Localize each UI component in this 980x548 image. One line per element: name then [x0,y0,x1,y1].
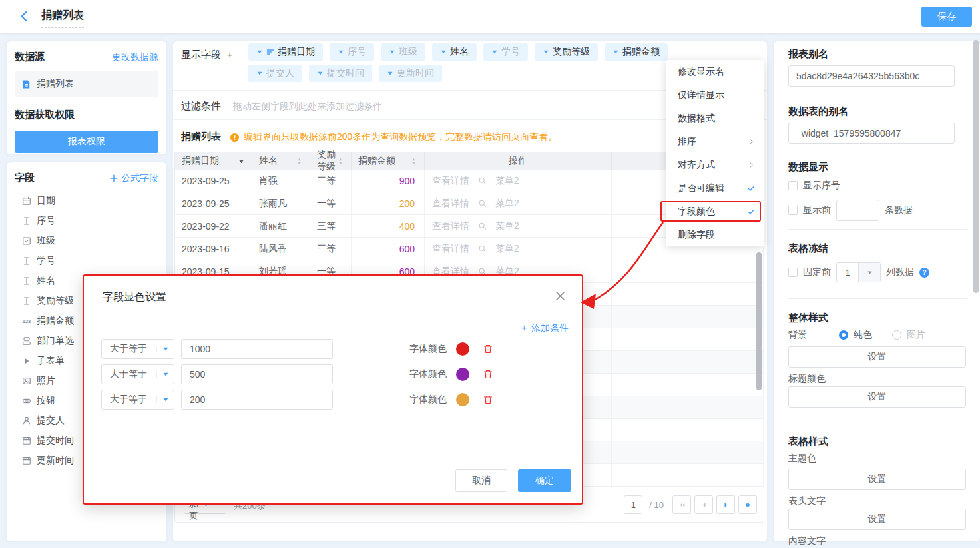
header-text-setting-button[interactable]: 设置 [788,509,966,530]
display-field-chip[interactable]: 提交时间 [309,65,372,82]
chevron-down-icon[interactable] [317,70,324,77]
save-button[interactable]: 保存 [921,7,972,27]
display-field-chip[interactable]: 姓名 [432,43,477,61]
trash-icon[interactable] [483,369,493,380]
data-display-label: 数据显示 [788,161,967,174]
column-header-name[interactable]: 姓名 [252,152,310,170]
add-condition-link[interactable]: ＋ 添加条件 [519,322,569,334]
table-scrollbar[interactable] [756,252,762,390]
search-icon[interactable] [478,199,487,208]
table-alias-input[interactable] [788,123,955,144]
cell-filler [612,419,764,441]
menu-item[interactable]: 是否可编辑 [666,176,764,200]
operator-select[interactable]: 大于等于 [101,364,174,384]
last-page-button[interactable] [738,495,757,514]
column-header-date[interactable]: 捐赠日期 [175,152,252,170]
view-detail-link[interactable]: 查看详情 [432,175,469,187]
report-permission-button[interactable]: 报表权限 [15,131,158,153]
background-setting-button[interactable]: 设置 [788,346,966,368]
display-field-chip[interactable]: 序号 [330,43,374,61]
back-icon[interactable] [19,11,30,22]
first-page-button[interactable] [672,495,691,514]
chevron-down-icon[interactable] [543,49,549,55]
page-scrollbar[interactable] [973,40,979,293]
chevron-down-icon[interactable] [612,49,619,55]
column-header-grade[interactable]: 奖励等级 [310,152,352,170]
menu2-link[interactable]: 菜单2 [495,175,519,187]
display-field-chip[interactable]: 提交人 [248,65,302,82]
confirm-button[interactable]: 确定 [518,469,571,492]
cell-name: 张雨凡 [252,192,310,214]
change-datasource-link[interactable]: 更改数据源 [112,51,158,63]
trash-icon[interactable] [483,344,493,354]
field-item[interactable]: 学号 [7,251,166,271]
search-icon[interactable] [478,222,487,230]
color-swatch[interactable] [456,368,469,381]
close-icon[interactable] [555,290,566,302]
menu-item[interactable]: 仅详情显示 [666,83,764,107]
field-item[interactable]: 日期 [7,191,166,211]
menu-item-label: 修改显示名 [678,66,755,78]
display-field-chip[interactable]: 奖励等级 [535,43,598,61]
threshold-input[interactable] [181,364,333,384]
datasource-item[interactable]: 捐赠列表 [15,71,158,97]
report-alias-input[interactable] [788,65,955,87]
add-formula-field-link[interactable]: 公式字段 [109,172,158,184]
view-detail-link[interactable]: 查看详情 [432,243,469,255]
menu2-link[interactable]: 菜单2 [495,198,519,210]
view-detail-link[interactable]: 查看详情 [432,198,469,210]
color-swatch[interactable] [456,342,469,356]
display-field-chip[interactable]: 捐赠金额 [605,43,668,61]
menu-item[interactable]: 排序 [666,130,764,153]
chevron-down-icon[interactable] [440,49,447,55]
title-color-setting-button[interactable]: 设置 [788,386,966,408]
column-header-amount[interactable]: 捐赠金额 [352,152,425,170]
field-item[interactable]: 班级 [7,231,166,251]
show-first-checkbox[interactable] [788,206,798,215]
page-number-input[interactable] [624,495,642,514]
color-swatch[interactable] [456,393,469,406]
operator-select[interactable]: 大于等于 [101,339,174,359]
menu-item[interactable]: 字段颜色 [666,200,764,223]
sort-icon[interactable] [296,158,303,165]
threshold-input[interactable] [181,390,333,410]
next-page-button[interactable] [716,495,735,514]
chevron-down-icon[interactable] [338,49,344,55]
sort-icon[interactable] [410,158,417,165]
question-icon[interactable]: ? [919,268,929,278]
view-detail-link[interactable]: 查看详情 [432,220,469,232]
cancel-button[interactable]: 取消 [455,469,507,492]
prev-page-button[interactable] [694,495,713,514]
chevron-down-icon[interactable] [389,49,395,55]
fix-count-select[interactable]: 1 [836,262,881,282]
menu-item[interactable]: 数据格式 [666,107,764,130]
display-field-chip[interactable]: 班级 [381,43,425,61]
display-field-chip[interactable]: 捐赠日期 [248,43,323,61]
search-icon[interactable] [478,176,487,185]
solid-radio[interactable] [839,330,848,340]
field-item[interactable]: 序号 [7,211,166,231]
sort-desc-icon[interactable] [238,158,245,165]
theme-color-setting-button[interactable]: 设置 [788,469,966,490]
fix-first-checkbox[interactable] [788,268,798,277]
display-field-chip[interactable]: 学号 [483,43,528,61]
menu-item[interactable]: 对齐方式 [666,153,764,176]
chevron-down-icon[interactable] [491,49,498,55]
chevron-down-icon[interactable] [256,49,263,55]
trash-icon[interactable] [483,394,493,405]
menu2-link[interactable]: 菜单2 [495,220,519,232]
sort-icon[interactable] [337,158,344,165]
show-index-checkbox[interactable] [788,181,798,190]
display-field-chip[interactable]: 更新时间 [379,65,442,82]
chevron-down-icon[interactable] [387,70,393,77]
menu-item[interactable]: 修改显示名 [666,60,764,83]
menu-item[interactable]: 删除字段 [666,223,764,246]
search-icon[interactable] [478,244,487,253]
rows-count-input[interactable] [836,200,879,221]
image-radio[interactable] [892,330,901,340]
threshold-input[interactable] [181,339,333,359]
menu2-link[interactable]: 菜单2 [495,243,519,255]
operator-select[interactable]: 大于等于 [101,390,174,410]
chevron-down-icon[interactable] [256,70,263,77]
add-display-field-button[interactable]: ＋ [225,49,234,60]
